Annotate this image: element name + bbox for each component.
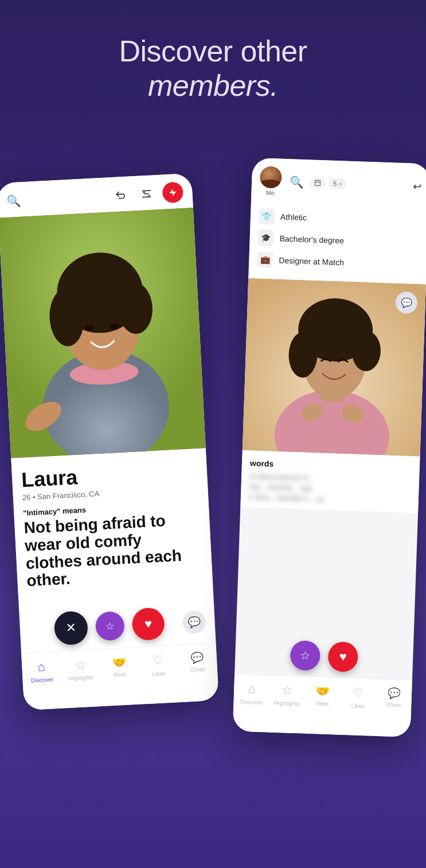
- nav-discover-right[interactable]: ⌂ Discover: [233, 681, 269, 706]
- svg-line-0: [142, 190, 151, 191]
- quote-text-right: ot about person if... top... favorite...…: [249, 471, 412, 508]
- pass-button[interactable]: ✕: [53, 610, 88, 645]
- hero-line2: members.: [148, 69, 278, 102]
- svg-point-3: [143, 192, 144, 193]
- svg-line-5: [142, 197, 151, 197]
- discover-label-right: Discover: [240, 699, 263, 706]
- me-label: Me: [266, 189, 275, 197]
- athletic-icon: 👕: [259, 208, 275, 224]
- blurred-text-2: top... favorite... ask: [249, 482, 312, 493]
- chats-label-right: Chats: [386, 702, 401, 709]
- chat-bubble-left[interactable]: 💬: [182, 610, 206, 635]
- nav-likes-right[interactable]: ♡ Likes: [340, 685, 376, 710]
- discover-label: Discover: [31, 676, 53, 684]
- search-icon[interactable]: 🔍: [6, 193, 21, 208]
- meet-label: Meet: [114, 671, 127, 678]
- likes-label: Likes: [152, 670, 166, 677]
- avatar-me[interactable]: [260, 166, 282, 188]
- nav-likes[interactable]: ♡ Likes: [138, 652, 178, 678]
- phone-right-card: Me 🔍 5 ○ ↩ 👕 Athletic 🎓 Bachelor's degre…: [233, 158, 426, 737]
- handshake-icon: 🤝: [112, 655, 127, 670]
- likes-label-right: Likes: [351, 702, 365, 709]
- heart-outline-icon: ♡: [152, 653, 164, 668]
- handshake-icon-right: 🤝: [315, 684, 330, 698]
- job-label: Designer at Match: [279, 256, 344, 267]
- blurred-text-3: y rece... favorite h... as: [249, 492, 325, 504]
- profile-info-left: Laura 26 • San Francisco, CA "Intimacy" …: [11, 448, 213, 595]
- search-icon-right[interactable]: 🔍: [290, 175, 304, 189]
- top-bar-right: Me 🔍 5 ○ ↩: [251, 158, 426, 207]
- nav-meet[interactable]: 🤝 Meet: [100, 655, 140, 679]
- like-button-right[interactable]: ♥: [327, 641, 358, 672]
- action-buttons-left: ✕ ☆ ♥: [53, 606, 165, 645]
- chats-label: Chats: [190, 666, 206, 673]
- nav-highlights-right[interactable]: ☆ Highlights: [269, 683, 305, 707]
- svg-marker-6: [169, 188, 177, 196]
- highlights-label-right: Highlights: [274, 700, 299, 707]
- nav-discover[interactable]: ⌂ Discover: [22, 659, 62, 684]
- bottom-nav-right: ⌂ Discover ☆ Highlights 🤝 Meet ♡ Likes 💬…: [233, 674, 412, 737]
- job-icon: 💼: [257, 251, 273, 268]
- profile-traits: 👕 Athletic 🎓 Bachelor's degree 💼 Designe…: [248, 200, 426, 285]
- star-icon-right: ☆: [282, 683, 294, 698]
- blurred-text-1: ot about person if...: [249, 472, 314, 482]
- svg-point-4: [148, 194, 150, 196]
- undo-icon-right[interactable]: ↩: [413, 180, 422, 193]
- undo-icon[interactable]: [112, 185, 131, 205]
- star-icon: ☆: [75, 657, 87, 673]
- filter-icon[interactable]: [137, 184, 157, 204]
- boost-button[interactable]: [162, 182, 183, 204]
- highlights-label: Highlights: [68, 674, 93, 682]
- profile-photo-left: [0, 208, 206, 458]
- home-icon-right: ⌂: [248, 682, 256, 696]
- heart-outline-icon-right: ♡: [353, 686, 365, 701]
- nav-chats-right[interactable]: 💬 Chats: [376, 686, 412, 709]
- education-icon: 🎓: [257, 229, 274, 246]
- nav-chats[interactable]: 💬 Chats: [177, 651, 217, 674]
- quote-text: Not being afraid to wear old comfy cloth…: [24, 511, 204, 590]
- section-label: words: [250, 458, 412, 473]
- chat-icon-right: 💬: [388, 687, 401, 700]
- profile-photo-right: 💬: [243, 278, 426, 457]
- nav-highlights[interactable]: ☆ Highlights: [61, 656, 101, 682]
- filter-chip-2[interactable]: 5 ○: [329, 178, 347, 189]
- svg-rect-18: [315, 180, 320, 185]
- filter-chip-1[interactable]: [310, 177, 326, 188]
- profile-info-right: words ot about person if... top... favor…: [240, 450, 420, 513]
- superlike-button-right[interactable]: ☆: [290, 640, 321, 671]
- hero-line1: Discover other: [119, 34, 307, 68]
- bottom-nav-left: ⌂ Discover ☆ Highlights 🤝 Meet ♡ Likes 💬…: [21, 643, 219, 711]
- athletic-label: Athletic: [280, 212, 307, 223]
- home-icon: ⌂: [37, 659, 46, 675]
- education-label: Bachelor's degree: [279, 234, 344, 246]
- nav-meet-right[interactable]: 🤝 Meet: [304, 684, 341, 707]
- hero-title: Discover other members.: [0, 34, 426, 103]
- meet-label-right: Meet: [316, 700, 329, 707]
- screens-container: 🔍: [0, 161, 426, 868]
- chat-icon: 💬: [190, 651, 204, 664]
- superlike-button[interactable]: ☆: [95, 611, 126, 641]
- phone-left-card: 🔍: [0, 173, 219, 711]
- action-buttons-right: ☆ ♥: [290, 640, 358, 672]
- like-button[interactable]: ♥: [131, 607, 165, 641]
